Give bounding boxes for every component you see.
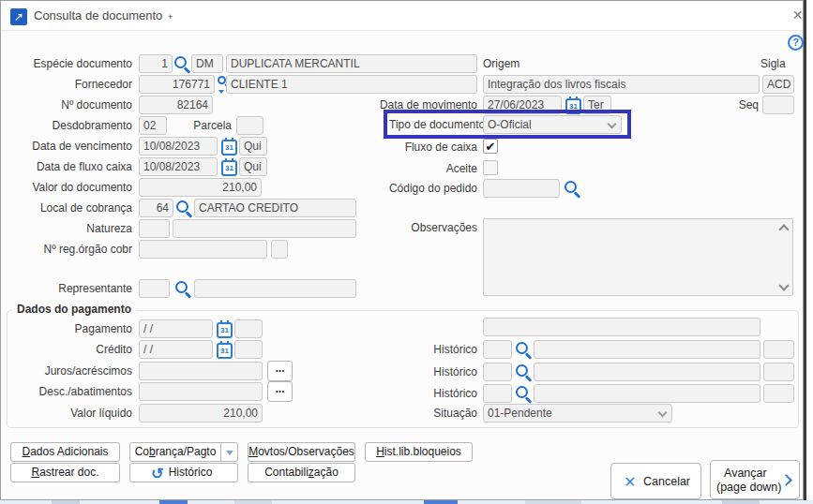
pagamento-label: Pagamento [8,319,132,338]
fornecedor-code-field[interactable]: 176771 [139,75,215,94]
descontos-field[interactable] [139,382,263,401]
natureza-desc-field[interactable] [173,219,356,238]
data-vencimento-calendar-icon[interactable]: 31 [221,140,237,156]
observacoes-textarea[interactable] [483,218,793,296]
historico3-search-icon[interactable] [516,386,528,398]
num-reg-orgao-label: Nº reg.órgão cobr [8,240,132,259]
screen: ↗ Consulta de documento + ✕ ? Espécie do… [0,0,813,504]
codigo-pedido-search-icon[interactable] [565,181,577,193]
chevron-down-icon [608,120,617,129]
especie-desc-field[interactable]: DUPLICATA MERCANTIL [226,54,477,73]
historico-button[interactable]: ↺Histórico [129,463,238,482]
tipo-documento-select[interactable]: O-Oficial [483,115,622,134]
data-vencimento-weekday: Qui [239,137,267,156]
local-cobranca-code-field[interactable]: 64 [139,199,173,217]
dialog-title: Consulta de documento [34,8,162,22]
cancelar-label: Cancelar [643,475,690,488]
data-fluxo-caixa-label: Data de fluxo caixa [8,157,132,176]
num-reg-orgao-extra-field[interactable] [271,240,288,259]
historico3-text-field[interactable] [534,384,760,403]
historico2-text-field[interactable] [534,363,760,381]
juros-more-button[interactable]: ... [267,361,293,381]
historico2-extra-field[interactable] [763,363,794,381]
fornecedor-label: Fornecedor [8,75,132,94]
cancelar-button[interactable]: ✕ Cancelar [610,463,701,499]
help-icon[interactable]: ? [788,35,804,51]
situacao-value: 01-Pendente [488,407,552,420]
title-bar: ↗ Consulta de documento + ✕ [1,1,803,31]
hist-lib-bloqueios-button[interactable]: Hist.lib.bloqueios [365,442,473,462]
fluxo-caixa-checkbox[interactable]: ✔ [483,139,498,154]
local-cobranca-label: Local de cobrança [8,199,132,217]
contabilizacao-button[interactable]: Contabilização [248,463,355,482]
situacao-select[interactable]: 01-Pendente [483,404,672,422]
credito-date-field[interactable]: / / [139,340,213,359]
sigla-label: Sigla [760,54,794,73]
sigla-field[interactable]: ACD [762,75,794,94]
avancar-button[interactable]: Avançar (page down) [710,460,800,499]
codigo-pedido-field[interactable] [483,179,560,198]
valor-liquido-field[interactable]: 210,00 [139,404,263,422]
desdobramento-field[interactable]: 02 [139,116,167,135]
especie-search-icon[interactable] [174,56,187,68]
movtos-observacoes-button[interactable]: Movtos/Observações [248,442,355,462]
local-cobranca-desc-field[interactable]: CARTAO CREDITO [194,199,356,217]
representante-name-field[interactable] [194,279,356,298]
pagamento-calendar-icon[interactable]: 31 [217,322,233,338]
especie-label: Espécie documento [8,54,132,73]
fornecedor-search-caret-icon[interactable] [218,90,224,94]
historico1-search-icon[interactable] [516,342,528,354]
tipo-documento-label: Tipo de documento [389,115,477,134]
historico1-extra-field[interactable] [763,340,794,359]
representante-label: Representante [8,279,132,298]
dados-adicionais-button[interactable]: Dados Adicionais [10,442,120,462]
origem-label: Origem [483,54,539,73]
pagamento-weekday-field[interactable] [234,319,263,338]
juros-label: Juros/acréscimos [8,362,132,380]
especie-code-field[interactable]: 1 [139,54,173,73]
historico2-code-field[interactable] [483,363,512,381]
tipo-documento-value: O-Oficial [488,118,532,131]
historico3-extra-field[interactable] [763,384,794,403]
data-fluxo-caixa-weekday: Qui [239,157,267,176]
aceite-label: Aceite [376,159,477,178]
data-fluxo-caixa-calendar-icon[interactable]: 31 [221,160,237,176]
descontos-more-button[interactable]: ... [267,381,293,402]
parcela-field[interactable] [236,116,263,135]
aceite-checkbox[interactable] [483,160,498,175]
historico1-text-field[interactable] [534,340,760,359]
representante-search-icon[interactable] [175,281,188,293]
pagamento-extra-field[interactable] [483,318,760,336]
dados-pagamento-title: Dados do pagamento [12,303,136,316]
seq-label: Seq [723,96,759,114]
historico2-search-icon[interactable] [516,364,528,377]
data-fluxo-caixa-field[interactable]: 10/08/2023 [139,157,218,176]
data-vencimento-field[interactable]: 10/08/2023 [139,137,218,156]
representante-code-field[interactable] [139,279,170,298]
especie-sigla-field[interactable]: DM [191,54,223,73]
credito-calendar-icon[interactable]: 31 [217,343,233,359]
credito-weekday-field[interactable] [234,340,263,359]
natureza-code-field[interactable] [139,219,170,238]
historico3-code-field[interactable] [483,384,512,403]
num-documento-field[interactable]: 82164 [139,96,213,114]
desdobramento-label: Desdobramento [8,116,132,135]
cobranca-pagto-dropdown-icon[interactable] [220,442,238,462]
seq-field[interactable] [762,96,794,114]
historico1-code-field[interactable] [483,340,512,359]
pagamento-date-field[interactable]: / / [139,319,213,338]
num-reg-orgao-field[interactable] [139,240,267,259]
rastrear-doc-button[interactable]: Rastrear doc. [10,463,120,482]
juros-field[interactable] [139,362,263,380]
fornecedor-search-icon[interactable] [218,76,226,84]
credito-label: Crédito [8,340,132,359]
local-cobranca-search-icon[interactable] [176,200,188,213]
num-documento-label: Nº documento [8,96,132,114]
fornecedor-name-field[interactable]: CLIENTE 1 [226,75,477,94]
codigo-pedido-label: Código do pedido [376,179,477,198]
situacao-label: Situação [376,404,477,422]
window-edge [804,0,806,500]
valor-documento-field[interactable]: 210,00 [139,178,262,197]
cobranca-pagto-button[interactable]: Cobrança/Pagto [129,442,221,462]
origem-field[interactable]: Integração dos livros fiscais [483,75,760,94]
